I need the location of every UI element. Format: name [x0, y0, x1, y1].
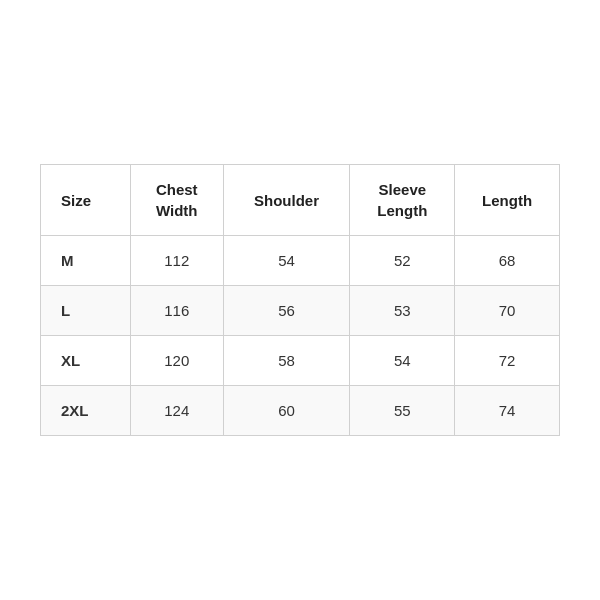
cell-length-0: 68: [455, 236, 560, 286]
col-header-chest-width: ChestWidth: [131, 165, 224, 236]
cell-length-3: 74: [455, 386, 560, 436]
cell-size-1: L: [41, 286, 131, 336]
cell-shoulder-1: 56: [223, 286, 350, 336]
cell-chest_width-2: 120: [131, 336, 224, 386]
cell-length-2: 72: [455, 336, 560, 386]
cell-sleeve_length-3: 55: [350, 386, 455, 436]
table-row: XL120585472: [41, 336, 560, 386]
col-header-size: Size: [41, 165, 131, 236]
size-chart-container: Size ChestWidth Shoulder SleeveLength Le…: [40, 164, 560, 436]
table-header-row: Size ChestWidth Shoulder SleeveLength Le…: [41, 165, 560, 236]
cell-size-0: M: [41, 236, 131, 286]
cell-shoulder-0: 54: [223, 236, 350, 286]
cell-chest_width-3: 124: [131, 386, 224, 436]
table-row: L116565370: [41, 286, 560, 336]
cell-chest_width-1: 116: [131, 286, 224, 336]
table-row: M112545268: [41, 236, 560, 286]
cell-chest_width-0: 112: [131, 236, 224, 286]
col-header-shoulder: Shoulder: [223, 165, 350, 236]
size-chart-table: Size ChestWidth Shoulder SleeveLength Le…: [40, 164, 560, 436]
col-header-sleeve-length: SleeveLength: [350, 165, 455, 236]
cell-sleeve_length-2: 54: [350, 336, 455, 386]
cell-size-3: 2XL: [41, 386, 131, 436]
col-header-length: Length: [455, 165, 560, 236]
cell-sleeve_length-1: 53: [350, 286, 455, 336]
cell-size-2: XL: [41, 336, 131, 386]
table-row: 2XL124605574: [41, 386, 560, 436]
cell-shoulder-2: 58: [223, 336, 350, 386]
cell-sleeve_length-0: 52: [350, 236, 455, 286]
cell-shoulder-3: 60: [223, 386, 350, 436]
cell-length-1: 70: [455, 286, 560, 336]
